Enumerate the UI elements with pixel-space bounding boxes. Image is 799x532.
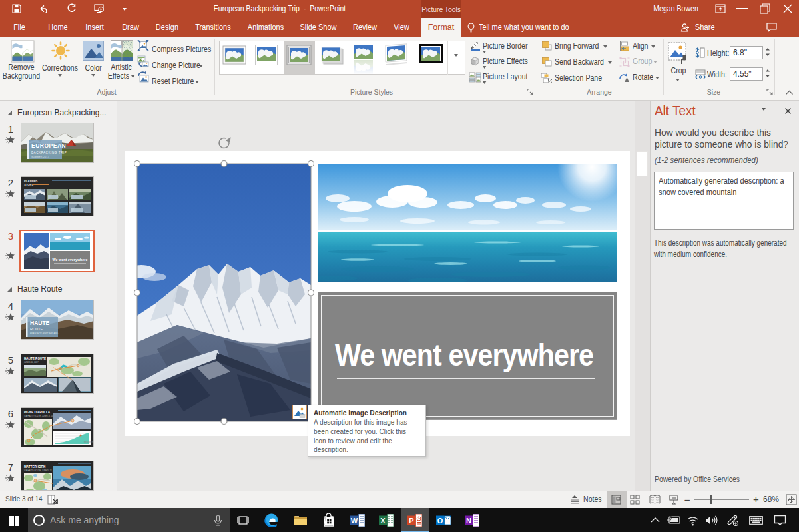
svg-text:P: P xyxy=(409,517,413,525)
svg-text:JUNE 1-10, 2017: JUNE 1-10, 2017 xyxy=(24,361,39,364)
svg-text:We went everywhere: We went everywhere xyxy=(53,258,88,262)
svg-text:EUROPEAN: EUROPEAN xyxy=(31,142,66,149)
svg-text:SUMMER 2017: SUMMER 2017 xyxy=(31,156,49,158)
svg-text:PLANNED: PLANNED xyxy=(24,180,37,183)
svg-text:X: X xyxy=(380,517,386,525)
svg-text:PIGNE D'AROLLA: PIGNE D'AROLLA xyxy=(24,411,51,414)
svg-text:Elevation (m): Elevation (m) xyxy=(84,441,94,443)
svg-text:MATTERHORN: MATTERHORN xyxy=(24,465,46,469)
svg-text:VIA HAUTE ROUTE, JUNE 10-11, 2: VIA HAUTE ROUTE, JUNE 10-11, 2017 xyxy=(24,469,57,472)
svg-text:VIA HAUTE ROUTE, JUNE 7-8, 201: VIA HAUTE ROUTE, JUNE 7-8, 2017 xyxy=(24,415,55,417)
svg-text:ROUTE: ROUTE xyxy=(30,327,43,331)
svg-text:HAUTE ROUTE: HAUTE ROUTE xyxy=(24,357,46,360)
svg-text:W: W xyxy=(351,517,358,525)
svg-text:HAUTE: HAUTE xyxy=(30,320,50,326)
svg-text:BACKPACKING TRIP: BACKPACKING TRIP xyxy=(31,151,67,154)
svg-text:O: O xyxy=(437,517,443,525)
svg-text:N: N xyxy=(466,517,471,525)
svg-text:FRANCE TO SWITZERLAND: FRANCE TO SWITZERLAND xyxy=(30,332,59,335)
